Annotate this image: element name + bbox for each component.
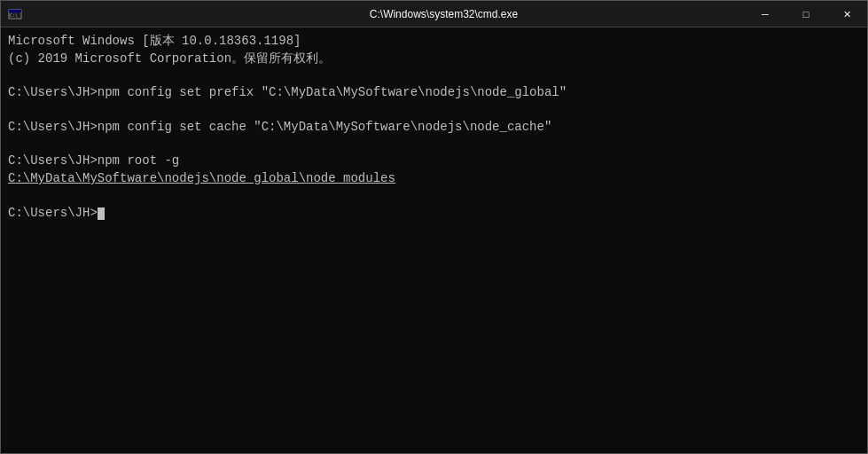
terminal-line-8: C:\Users\JH>npm root -g — [8, 153, 860, 170]
terminal-line-7 — [8, 136, 860, 153]
terminal-line-5 — [8, 102, 860, 119]
terminal-line-10 — [8, 188, 860, 205]
cmd-window: C:\ C:\Windows\system32\cmd.exe ─ □ ✕ Mi… — [0, 0, 868, 454]
terminal-prompt: C:\Users\JH> — [8, 205, 860, 223]
terminal-line-9: C:\MyData\MySoftware\nodejs\node_global\… — [8, 170, 860, 188]
maximize-button[interactable]: □ — [786, 1, 826, 27]
svg-text:C:\: C:\ — [10, 12, 18, 18]
window-controls: ─ □ ✕ — [745, 1, 867, 27]
terminal-line-6: C:\Users\JH>npm config set cache "C:\MyD… — [8, 119, 860, 137]
terminal-line-4: C:\Users\JH>npm config set prefix "C:\My… — [8, 84, 860, 102]
terminal-line-3 — [8, 67, 860, 84]
terminal-body[interactable]: Microsoft Windows [版本 10.0.18363.1198] (… — [1, 27, 867, 453]
minimize-button[interactable]: ─ — [745, 1, 786, 27]
close-button[interactable]: ✕ — [826, 1, 867, 27]
terminal-line-1: Microsoft Windows [版本 10.0.18363.1198] — [8, 33, 860, 51]
window-title: C:\Windows\system32\cmd.exe — [27, 8, 860, 20]
cursor — [98, 207, 105, 220]
window-icon: C:\ — [8, 7, 22, 21]
terminal-line-2: (c) 2019 Microsoft Corporation。保留所有权利。 — [8, 51, 860, 68]
titlebar: C:\ C:\Windows\system32\cmd.exe ─ □ ✕ — [1, 1, 867, 27]
